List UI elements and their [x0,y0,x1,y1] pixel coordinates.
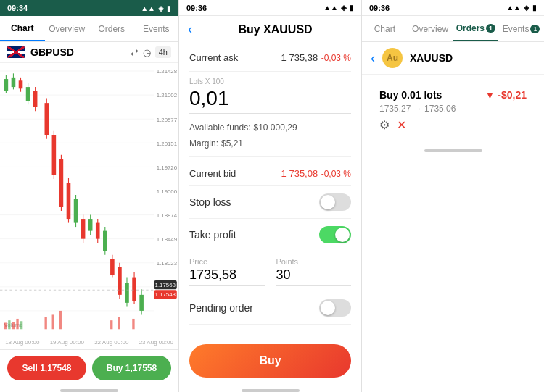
svg-rect-74 [132,319,134,329]
pending-order-toggle[interactable] [319,299,351,317]
svg-rect-67 [16,319,18,329]
tab-overview-1[interactable]: Overview [45,16,90,41]
current-bid-label: Current bid [189,168,236,179]
tab-overview-3[interactable]: Overview [408,16,453,41]
back-button-2[interactable]: ‹ [188,22,192,37]
xauusd-icon: Au [382,48,403,68]
divider-1 [189,156,351,157]
instrument-name: GBPUSD [30,46,125,58]
available-funds-value: $10 000,29 [254,122,297,133]
order-price-to: 1735.06 [424,104,456,114]
tab-events-3-label: Events [503,24,529,34]
home-bar-3 [424,149,482,152]
status-icons-3: ▲▲ ◈ ▮ [506,4,537,12]
svg-rect-69 [45,317,47,330]
svg-text:1.20577: 1.20577 [157,117,177,123]
current-ask-change-val: -0,03 % [321,53,351,63]
tab-events-1[interactable]: Events [134,16,179,41]
wifi-icon-2: ◈ [341,4,347,12]
time-2: 09:36 [186,4,207,12]
clock-icon[interactable]: ◷ [143,47,151,58]
stop-loss-row: Stop loss [189,186,351,219]
tab-orders-1[interactable]: Orders [89,16,134,41]
svg-text:1.19000: 1.19000 [157,188,178,195]
svg-rect-65 [8,320,10,329]
date-1: 18 Aug 00:00 [5,339,39,346]
price-label: Price [189,257,265,266]
home-indicator-1 [0,386,178,392]
status-bar-1: 09:34 ▲▲ ◈ ▮ [0,0,178,16]
instrument-controls: ⇄ ◷ 4h [131,46,171,58]
svg-text:1.18874: 1.18874 [157,212,178,219]
home-bar-2 [242,389,300,392]
tab-orders-3-label: Orders [456,23,485,33]
stop-loss-toggle[interactable] [319,193,351,211]
price-points-row: Price Points [189,251,351,292]
pending-order-row: Pending order [189,292,351,325]
orders-panel: 09:36 ▲▲ ◈ ▮ Chart Overview Orders 1 Eve… [362,0,544,392]
status-bar-2: 09:36 ▲▲ ◈ ▮ [179,0,361,16]
current-bid-row: Current bid 1 735,08 -0,03 % [189,161,351,186]
order-card: Buy 0.01 lots ▼ -$0,21 1735,27 → 1735.06… [371,82,535,139]
order-prices: 1735,27 → 1735.06 [379,104,527,114]
current-bid-change: -0,03 % [321,169,351,179]
p3-instrument-row: ‹ Au XAUUSD [362,42,544,75]
tab-bar-1: Chart Overview Orders Events [0,16,178,42]
home-indicator-2 [179,386,361,392]
order-title: Buy 0.01 lots [379,89,442,101]
margin-value: $5,21 [221,138,243,149]
price-input[interactable] [189,267,265,286]
current-ask-row: Current ask 1 735,38 -0,03 % [189,43,351,72]
order-pnl: ▼ -$0,21 [485,89,527,101]
tab-chart-3[interactable]: Chart [362,16,408,41]
panel2-content: Current ask 1 735,38 -0,03 % Lots X 100 … [179,43,361,335]
take-profit-thumb [335,228,350,242]
tab-chart-3-label: Chart [374,24,395,34]
back-button-3[interactable]: ‹ [371,51,375,66]
buy-large-button[interactable]: Buy [189,344,351,378]
svg-text:1.18023: 1.18023 [157,260,177,267]
signal-icon: ▲▲ [141,4,155,12]
current-ask-label: Current ask [189,52,238,63]
order-arrow: → [413,104,424,114]
order-settings-button[interactable]: ⚙ [379,118,390,132]
date-3: 22 Aug 00:00 [94,339,128,346]
tab-chart-1[interactable]: Chart [0,16,45,41]
current-bid-values: 1 735,08 -0,03 % [281,167,351,180]
pending-order-thumb [321,301,335,315]
lots-input[interactable] [189,87,351,114]
order-close-button[interactable]: ✕ [397,118,406,132]
stop-loss-thumb [321,195,335,209]
tab-overview-3-label: Overview [412,24,448,34]
points-field: Points [276,257,352,286]
current-ask-values: 1 735,38 -0,03 % [281,51,351,64]
take-profit-row: Take profit [189,219,351,251]
tab-orders-3[interactable]: Orders 1 [453,16,499,41]
sell-button[interactable]: Sell 1,17548 [7,356,86,380]
order-pnl-value: -$0,21 [498,89,527,101]
gbp-flag-icon [7,46,25,58]
chart-panel: 09:34 ▲▲ ◈ ▮ Chart Overview Orders Event… [0,0,179,392]
available-funds-label: Available funds: [189,122,251,133]
panel2-header: ‹ Buy XAUUSD [179,16,361,43]
wifi-icon-3: ◈ [524,4,529,12]
filter-icon[interactable]: ⇄ [131,47,139,58]
take-profit-toggle[interactable] [319,226,351,243]
svg-rect-68 [20,321,22,329]
svg-rect-73 [118,317,120,330]
status-bar-3: 09:36 ▲▲ ◈ ▮ [362,0,544,16]
trade-buttons: Sell 1,17548 Buy 1,17558 [0,349,178,386]
buy-button[interactable]: Buy 1,17558 [92,356,171,380]
timeframe-label[interactable]: 4h [155,46,171,58]
tab-bar-3: Chart Overview Orders 1 Events 1 [362,16,544,42]
price-field: Price [189,257,265,286]
instrument-row: GBPUSD ⇄ ◷ 4h [0,42,178,63]
candlestick-chart: 1.21428 1.21002 1.20577 1.20151 1.19726 … [0,63,178,335]
tab-events-3[interactable]: Events 1 [498,16,544,41]
order-header: Buy 0.01 lots ▼ -$0,21 [379,89,527,101]
svg-text:1.21428: 1.21428 [157,68,177,75]
points-input[interactable] [276,267,352,286]
chart-area[interactable]: 1.21428 1.21002 1.20577 1.20151 1.19726 … [0,63,178,335]
svg-rect-66 [12,322,15,329]
time-1: 09:34 [7,4,28,12]
